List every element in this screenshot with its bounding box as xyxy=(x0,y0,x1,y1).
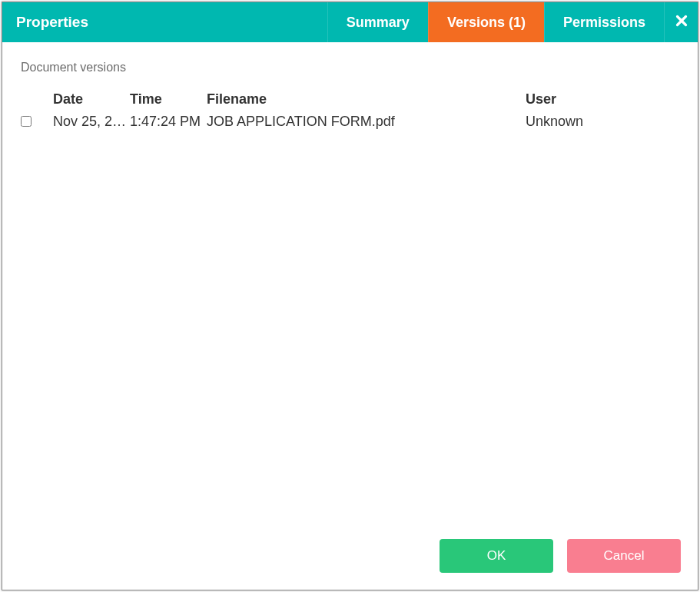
close-button[interactable] xyxy=(664,2,698,42)
column-header-time: Time xyxy=(130,88,207,111)
table-row: Nov 25, 2… 1:47:24 PM JOB APPLICATION FO… xyxy=(21,111,679,133)
cancel-button[interactable]: Cancel xyxy=(567,539,681,573)
row-date: Nov 25, 2… xyxy=(53,111,130,133)
dialog-title: Properties xyxy=(2,2,327,42)
column-header-filename: Filename xyxy=(207,88,526,111)
versions-table: Date Time Filename User Nov 25, 2… 1:47:… xyxy=(21,88,679,133)
dialog-content: Document versions Date Time Filename Use… xyxy=(2,42,698,525)
column-header-user: User xyxy=(526,88,679,111)
properties-dialog: Properties Summary Versions (1) Permissi… xyxy=(2,2,698,590)
table-header-row: Date Time Filename User xyxy=(21,88,679,111)
section-title: Document versions xyxy=(21,61,679,74)
row-time: 1:47:24 PM xyxy=(130,111,207,133)
close-icon xyxy=(675,15,688,30)
tab-summary[interactable]: Summary xyxy=(327,2,428,42)
tab-permissions[interactable]: Permissions xyxy=(544,2,664,42)
row-user: Unknown xyxy=(526,111,679,133)
tab-versions[interactable]: Versions (1) xyxy=(428,2,544,42)
dialog-footer: OK Cancel xyxy=(2,525,698,590)
column-header-date: Date xyxy=(53,88,130,111)
ok-button[interactable]: OK xyxy=(440,539,553,573)
row-filename: JOB APPLICATION FORM.pdf xyxy=(207,111,526,133)
dialog-header: Properties Summary Versions (1) Permissi… xyxy=(2,2,698,42)
row-checkbox[interactable] xyxy=(21,116,32,127)
row-checkbox-cell xyxy=(21,116,53,127)
